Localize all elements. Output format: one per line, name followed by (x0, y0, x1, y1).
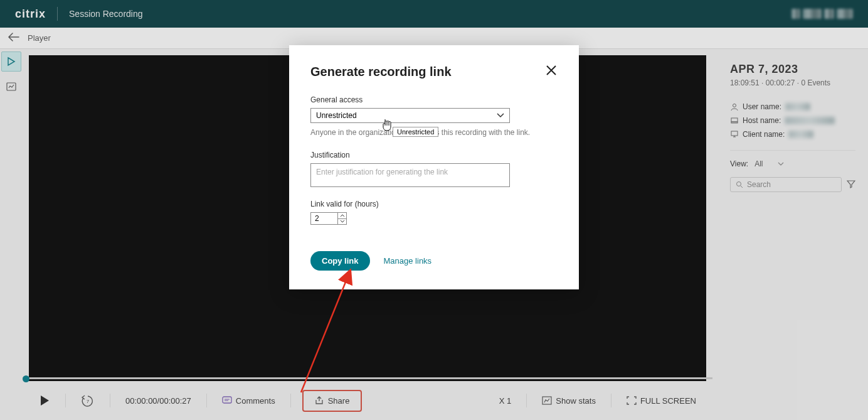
general-access-select[interactable]: Unrestricted (310, 108, 510, 123)
generate-link-modal: Generate recording link General access U… (289, 45, 579, 289)
modal-title: Generate recording link (310, 65, 452, 79)
general-access-value: Unrestricted (316, 111, 357, 120)
validity-label: Link valid for (hours) (310, 200, 558, 208)
spinner-up-button[interactable] (338, 213, 346, 219)
cursor-icon (381, 118, 394, 132)
manage-links-link[interactable]: Manage links (384, 256, 432, 266)
justification-placeholder: Enter justification for generating the l… (316, 168, 448, 176)
hover-tooltip: Unrestricted (393, 127, 438, 137)
chevron-down-icon (497, 111, 504, 120)
close-icon[interactable] (545, 64, 558, 79)
validity-value: 2 (315, 214, 319, 223)
copy-link-button[interactable]: Copy link (310, 251, 370, 271)
justification-input[interactable]: Enter justification for generating the l… (310, 163, 510, 187)
justification-label: Justification (310, 151, 558, 159)
validity-spinner (338, 212, 347, 225)
validity-input[interactable]: 2 (310, 212, 338, 225)
spinner-down-button[interactable] (338, 219, 346, 225)
general-access-label: General access (310, 95, 558, 104)
